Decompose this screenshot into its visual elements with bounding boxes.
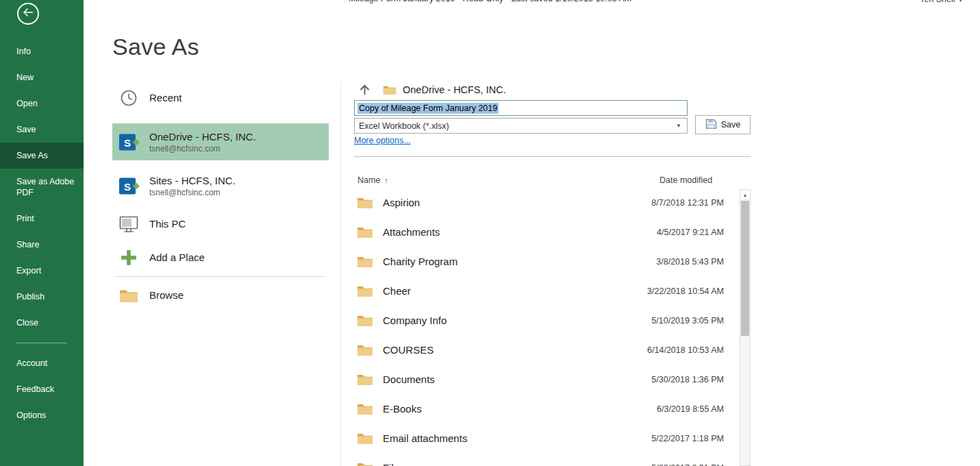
folder-name: COURSES — [383, 344, 434, 356]
sort-ascending-icon: ↑ — [384, 176, 388, 184]
place-label: This PC — [149, 218, 186, 230]
chevron-down-icon: ▾ — [959, 0, 962, 3]
folder-date-modified: 5/22/2017 1:18 PM — [651, 434, 724, 443]
folder-name: Cheer — [383, 285, 411, 297]
folder-row[interactable]: COURSES 6/14/2018 10:53 AM — [354, 335, 724, 365]
sidebar-item-publish[interactable]: Publish — [0, 284, 84, 310]
place-label: Browse — [149, 289, 184, 301]
folder-icon — [357, 314, 375, 327]
sidebar-item-account[interactable]: Account — [0, 350, 84, 376]
folder-row[interactable]: Charity Program 3/8/2018 5:43 PM — [354, 247, 724, 276]
clock-icon — [118, 87, 140, 109]
folder-date-modified: 6/14/2018 10:53 AM — [647, 345, 724, 355]
sidebar-item-feedback[interactable]: Feedback — [0, 376, 84, 402]
folder-icon — [357, 432, 375, 445]
folder-row[interactable]: Company Info 5/10/2019 3:05 PM — [354, 306, 724, 335]
back-button[interactable] — [17, 3, 39, 25]
folder-date-modified: 6/3/2019 8:55 AM — [657, 404, 724, 414]
back-arrow-icon — [23, 8, 34, 20]
computer-icon — [118, 213, 140, 235]
folder-name: Charity Program — [383, 256, 457, 267]
backstage-nav: Info New Open Save Save As Save as Adobe… — [0, 38, 84, 428]
caret-down-icon: ▼ — [676, 123, 681, 129]
places-divider — [116, 276, 325, 277]
save-button[interactable]: Save — [695, 115, 751, 134]
document-title: Mileage Form January 2019 - Read-Only - … — [84, 0, 980, 3]
place-label: Add a Place — [149, 252, 205, 263]
place-label: Sites - HCFS, INC. — [149, 175, 236, 186]
folder-name: Attachments — [383, 226, 440, 238]
breadcrumb: OneDrive - HCFS, INC. — [354, 81, 751, 99]
sidebar-item-print[interactable]: Print — [0, 206, 84, 232]
folder-icon — [357, 343, 375, 356]
folder-row[interactable]: Files 5/23/2017 2:31 PM — [354, 453, 724, 466]
place-subtitle: tsnell@hcfsinc.com — [149, 144, 256, 154]
panel-separator — [340, 81, 341, 466]
place-label: OneDrive - HCFS, INC. — [149, 131, 256, 143]
sharepoint-icon: S — [118, 131, 140, 153]
folder-icon — [383, 84, 397, 95]
scrollbar-thumb[interactable] — [741, 201, 749, 336]
folder-name: Files — [383, 462, 405, 466]
sidebar-item-close[interactable]: Close — [0, 310, 84, 336]
sidebar-item-open[interactable]: Open — [0, 90, 84, 116]
scroll-up-icon[interactable]: ▲ — [740, 190, 750, 200]
user-name: Teri Snell — [920, 0, 955, 4]
svg-text:S: S — [124, 180, 131, 192]
save-icon — [705, 119, 717, 132]
page-title: Save As — [112, 34, 199, 60]
place-browse[interactable]: Browse — [112, 280, 329, 310]
sidebar-item-new[interactable]: New — [0, 64, 84, 90]
folder-icon — [357, 284, 375, 297]
plus-icon — [118, 247, 140, 269]
place-sites[interactable]: S Sites - HCFS, INC. tsnell@hcfsinc.com — [112, 167, 329, 204]
account-user[interactable]: Teri Snell▾ — [920, 0, 962, 4]
up-directory-icon[interactable] — [358, 84, 371, 96]
folder-date-modified: 3/8/2018 5:43 PM — [656, 257, 724, 267]
filetype-value: Excel Workbook (*.xlsx) — [359, 121, 449, 131]
filename-input[interactable]: Copy of Mileage Form January 2019 — [354, 100, 688, 116]
folder-name: Company Info — [383, 315, 447, 326]
sharepoint-icon: S — [118, 175, 140, 197]
svg-text:S: S — [124, 136, 131, 148]
folder-name: Aspirion — [383, 197, 420, 208]
folder-row[interactable]: Aspirion 8/7/2018 12:31 PM — [354, 188, 724, 217]
place-label: Recent — [149, 92, 182, 103]
folder-row[interactable]: Documents 5/30/2018 1:36 PM — [354, 365, 724, 394]
folder-date-modified: 8/7/2018 12:31 PM — [651, 198, 724, 208]
sidebar-item-info[interactable]: Info — [0, 38, 84, 64]
places-list: Recent S OneDrive - HCFS, INC. tsnell@hc… — [112, 83, 329, 310]
folder-icon — [118, 284, 140, 306]
scrollbar[interactable]: ▲ — [740, 189, 751, 466]
filetype-dropdown[interactable]: Excel Workbook (*.xlsx) ▼ — [354, 118, 688, 134]
place-onedrive[interactable]: S OneDrive - HCFS, INC. tsnell@hcfsinc.c… — [112, 123, 329, 160]
folder-icon — [357, 196, 375, 209]
folder-icon — [357, 373, 375, 386]
folder-list: Aspirion 8/7/2018 12:31 PM Attachments 4… — [354, 188, 724, 466]
folder-date-modified: 3/22/2018 10:54 AM — [647, 286, 724, 296]
backstage-sidebar: Info New Open Save Save As Save as Adobe… — [0, 0, 84, 466]
save-button-label: Save — [721, 120, 741, 130]
folder-row[interactable]: Attachments 4/5/2017 9:21 AM — [354, 217, 724, 247]
more-options-link[interactable]: More options... — [354, 136, 411, 145]
column-header-name[interactable]: Name↑ — [357, 175, 388, 185]
folder-icon — [357, 402, 375, 415]
sidebar-item-export[interactable]: Export — [0, 258, 84, 284]
folder-icon — [357, 461, 375, 466]
folder-name: E-Books — [383, 403, 422, 415]
sidebar-item-options[interactable]: Options — [0, 402, 84, 428]
folder-date-modified: 5/23/2017 2:31 PM — [651, 463, 724, 466]
sidebar-item-share[interactable]: Share — [0, 232, 84, 258]
folder-row[interactable]: Cheer 3/22/2018 10:54 AM — [354, 276, 724, 306]
place-this-pc[interactable]: This PC — [112, 209, 329, 239]
place-add-a-place[interactable]: Add a Place — [112, 243, 329, 273]
folder-row[interactable]: Email attachments 5/22/2017 1:18 PM — [354, 424, 724, 453]
sidebar-item-save[interactable]: Save — [0, 116, 84, 143]
column-header-date-modified[interactable]: Date modified — [659, 175, 712, 185]
folder-row[interactable]: E-Books 6/3/2019 8:55 AM — [354, 394, 724, 424]
breadcrumb-location[interactable]: OneDrive - HCFS, INC. — [403, 84, 506, 95]
sidebar-item-save-as[interactable]: Save As — [0, 143, 84, 169]
place-recent[interactable]: Recent — [112, 83, 329, 113]
titlebar: Mileage Form January 2019 - Read-Only - … — [84, 0, 980, 10]
sidebar-item-save-as-adobe-pdf[interactable]: Save as Adobe PDF — [0, 169, 84, 206]
